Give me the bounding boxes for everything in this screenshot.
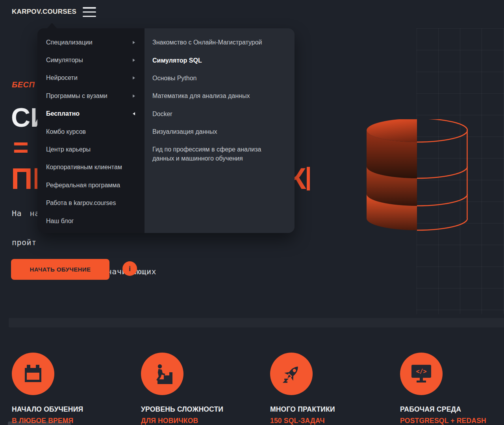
hamburger-menu-icon[interactable]	[83, 7, 96, 17]
menu-submenu-column: Знакомство с Онлайн-Магистратурой Симуля…	[145, 28, 295, 233]
typing-cursor	[307, 167, 310, 190]
menu-item-university-programs[interactable]: Программы с вузами	[37, 87, 145, 105]
submenu-item-online-masters[interactable]: Знакомство с Онлайн-Магистратурой	[145, 33, 295, 51]
submenu-item-sql-simulator[interactable]: Симулятор SQL	[145, 51, 295, 69]
menu-item-free[interactable]: Бесплатно	[37, 105, 145, 123]
menu-left-column: Специализации Симуляторы Нейросети Прогр…	[37, 28, 145, 233]
start-learning-button[interactable]: НАЧАТЬ ОБУЧЕНИЕ	[11, 259, 109, 280]
menu-item-career-center[interactable]: Центр карьеры	[37, 140, 145, 158]
hero-title-equals: =	[13, 134, 29, 161]
navigation-dropdown: Специализации Симуляторы Нейросети Прогр…	[37, 28, 295, 233]
menu-item-referral-program[interactable]: Реферальная программа	[37, 176, 145, 194]
menu-item-corporate-clients[interactable]: Корпоративным клиентам	[37, 159, 145, 176]
menu-pointer-notch	[47, 23, 57, 29]
menu-item-blog[interactable]: Наш блог	[37, 212, 145, 230]
paragraph-line-1: На на	[12, 209, 40, 218]
submenu-item-professions-guide[interactable]: Гид по профессиям в сфере анализа данных…	[145, 140, 286, 163]
site-logo[interactable]: KARPOV.COURSES	[12, 8, 76, 16]
menu-item-course-combos[interactable]: Комбо курсов	[37, 123, 145, 140]
menu-item-jobs[interactable]: Работа в karpov.courses	[37, 194, 145, 212]
submenu-item-docker[interactable]: Docker	[145, 105, 295, 123]
chevron-right-icon	[133, 41, 135, 44]
menu-item-neural-networks[interactable]: Нейросети	[37, 69, 145, 87]
paragraph-line-2: пройт	[12, 238, 37, 247]
chevron-right-icon	[133, 76, 135, 79]
menu-item-simulators[interactable]: Симуляторы	[37, 51, 145, 69]
submenu-item-math-for-data[interactable]: Математика для анализа данных	[145, 87, 295, 105]
menu-item-specializations[interactable]: Специализации	[37, 33, 145, 51]
chevron-right-icon	[133, 59, 135, 62]
info-icon[interactable]: i	[122, 261, 137, 276]
submenu-item-data-viz[interactable]: Визуализация данных	[145, 123, 295, 140]
submenu-item-python-basics[interactable]: Основы Python	[145, 69, 295, 87]
chevron-right-icon	[133, 94, 135, 98]
hero-eyebrow: БЕСП	[12, 80, 35, 89]
chevron-left-icon	[133, 112, 135, 115]
